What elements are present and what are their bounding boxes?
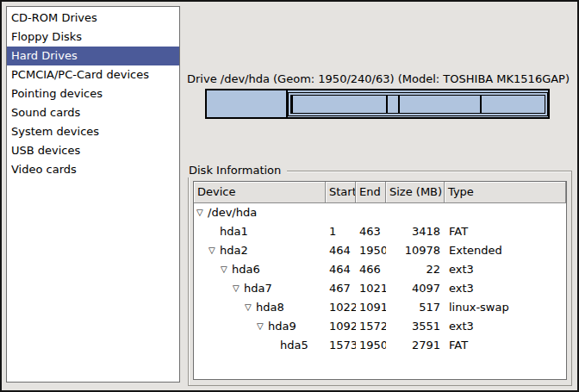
expander-open-icon[interactable]: ▽ (196, 203, 208, 222)
device-name: hda8 (256, 301, 284, 314)
type-cell: FAT (445, 222, 566, 241)
table-row-hda9[interactable]: ▽hda9 1092 1572 3551 ext3 (194, 317, 566, 336)
end-cell: 463 (356, 222, 386, 241)
sidebar-item-pcmcia-devices[interactable]: PCMCIA/PC-Card devices (7, 65, 179, 84)
column-header-device[interactable]: Device (194, 182, 326, 203)
hardware-browser-window: CD-ROM Drives Floppy Disks Hard Drives P… (0, 0, 579, 392)
expander-open-icon[interactable]: ▽ (233, 279, 244, 298)
device-cell: ▽hda6 (194, 260, 326, 279)
disk-information-table: Device Start End Size (MB) Type ▽/dev/hd… (193, 181, 567, 380)
start-cell: 1092 (326, 317, 356, 336)
end-cell: 1950 (356, 336, 386, 355)
table-header-row: Device Start End Size (MB) Type (194, 182, 566, 203)
size-cell: 10978 (386, 241, 445, 260)
device-name: /dev/hda (208, 206, 257, 219)
partition-bar (205, 89, 550, 119)
table-row-hda5[interactable]: hda5 1573 1950 2791 FAT (194, 336, 566, 355)
expander-open-icon[interactable]: ▽ (257, 317, 268, 336)
type-cell: FAT (445, 336, 566, 355)
sidebar-item-video-cards[interactable]: Video cards (7, 160, 179, 179)
device-cell: ▽hda8 (194, 298, 326, 317)
end-cell: 1021 (356, 279, 386, 298)
sidebar-item-sound-cards[interactable]: Sound cards (7, 103, 179, 122)
column-header-type[interactable]: Type (445, 182, 566, 203)
partition-segment-hda1 (207, 90, 288, 117)
device-name: hda2 (220, 244, 248, 257)
table-row-hda1[interactable]: hda1 1 463 3418 FAT (194, 222, 566, 241)
device-name: hda9 (268, 320, 296, 333)
size-cell: 517 (386, 298, 445, 317)
disk-information-title: Disk Information (188, 164, 287, 177)
start-cell: 1573 (326, 336, 356, 355)
size-cell: 22 (386, 260, 445, 279)
start-cell: 464 (326, 241, 356, 260)
type-cell (445, 203, 566, 222)
device-category-list: CD-ROM Drives Floppy Disks Hard Drives P… (6, 6, 180, 383)
table-row-hda6[interactable]: ▽hda6 464 466 22 ext3 (194, 260, 566, 279)
table-row-hda2[interactable]: ▽hda2 464 1950 10978 Extended (194, 241, 566, 260)
partition-segment-hda7 (292, 95, 387, 114)
partition-segment-hda2-extended (288, 92, 548, 116)
end-cell: 1950 (356, 241, 386, 260)
column-header-start[interactable]: Start (326, 182, 356, 203)
device-cell: ▽/dev/hda (194, 203, 326, 222)
partition-segment-hda8 (387, 95, 399, 114)
start-cell: 467 (326, 279, 356, 298)
size-cell: 4097 (386, 279, 445, 298)
device-cell: hda1 (194, 222, 326, 241)
disk-information-groupbox: Disk Information Device Start End Size (… (188, 171, 572, 386)
device-name: hda6 (232, 263, 260, 276)
end-cell: 1572 (356, 317, 386, 336)
start-cell: 1 (326, 222, 356, 241)
device-cell: hda5 (194, 336, 326, 355)
sidebar-item-floppy-disks[interactable]: Floppy Disks (7, 28, 179, 47)
expander-open-icon[interactable]: ▽ (209, 241, 220, 260)
partition-segment-hda9 (399, 95, 482, 114)
table-row-hda8[interactable]: ▽hda8 1022 1091 517 linux-swap (194, 298, 566, 317)
end-cell (356, 203, 386, 222)
sidebar-item-usb-devices[interactable]: USB devices (7, 141, 179, 160)
sidebar-item-system-devices[interactable]: System devices (7, 122, 179, 141)
device-name: hda5 (280, 339, 308, 352)
sidebar-item-pointing-devices[interactable]: Pointing devices (7, 84, 179, 103)
table-row-dev-hda[interactable]: ▽/dev/hda (194, 203, 566, 222)
start-cell: 464 (326, 260, 356, 279)
sidebar-item-cdrom-drives[interactable]: CD-ROM Drives (7, 9, 179, 28)
table-row-hda7[interactable]: ▽hda7 467 1021 4097 ext3 (194, 279, 566, 298)
type-cell: Extended (445, 241, 566, 260)
column-header-end[interactable]: End (356, 182, 386, 203)
start-cell (326, 203, 356, 222)
type-cell: ext3 (445, 317, 566, 336)
size-cell: 3551 (386, 317, 445, 336)
start-cell: 1022 (326, 298, 356, 317)
size-cell (386, 203, 445, 222)
size-cell: 3418 (386, 222, 445, 241)
end-cell: 466 (356, 260, 386, 279)
device-cell: ▽hda9 (194, 317, 326, 336)
expander-open-icon[interactable]: ▽ (245, 298, 256, 317)
type-cell: ext3 (445, 260, 566, 279)
device-name: hda1 (220, 225, 248, 238)
end-cell: 1091 (356, 298, 386, 317)
sidebar-item-hard-drives[interactable]: Hard Drives (7, 47, 179, 65)
device-name: hda7 (244, 282, 272, 295)
device-cell: ▽hda2 (194, 241, 326, 260)
expander-open-icon[interactable]: ▽ (221, 260, 232, 279)
column-header-size[interactable]: Size (MB) (386, 182, 445, 203)
partition-segment-hda5 (481, 95, 545, 114)
size-cell: 2791 (386, 336, 445, 355)
type-cell: ext3 (445, 279, 566, 298)
type-cell: linux-swap (445, 298, 566, 317)
drive-geometry-label: Drive /dev/hda (Geom: 1950/240/63) (Mode… (184, 72, 573, 85)
device-cell: ▽hda7 (194, 279, 326, 298)
